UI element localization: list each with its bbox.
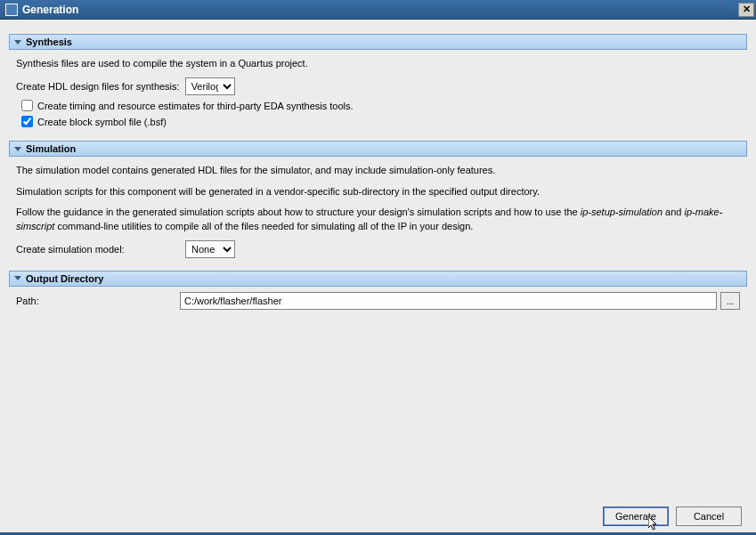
- path-label: Path:: [16, 296, 176, 306]
- output-title: Output Directory: [26, 273, 103, 284]
- app-icon: [5, 4, 18, 16]
- window-title: Generation: [22, 4, 738, 16]
- block-symbol-checkbox[interactable]: [21, 116, 33, 127]
- timing-estimates-checkbox[interactable]: [21, 100, 33, 111]
- timing-estimates-label: Create timing and resource estimates for…: [37, 101, 354, 111]
- simulation-header[interactable]: Simulation: [9, 141, 747, 157]
- dialog-content: Synthesis Synthesis files are used to co…: [0, 20, 756, 500]
- collapse-arrow-icon: [14, 147, 21, 151]
- generate-button[interactable]: Generate: [603, 507, 669, 526]
- synthesis-title: Synthesis: [26, 36, 72, 47]
- ip-setup-simulation-text: ip-setup-simulation: [581, 207, 663, 217]
- sim-model-label: Create simulation model:: [16, 244, 180, 255]
- browse-button[interactable]: ...: [720, 292, 740, 310]
- hdl-label: Create HDL design files for synthesis:: [16, 81, 180, 92]
- simulation-desc3: Follow the guidance in the generated sim…: [16, 206, 740, 233]
- simulation-title: Simulation: [26, 143, 76, 154]
- synthesis-header[interactable]: Synthesis: [9, 34, 747, 50]
- cancel-button[interactable]: Cancel: [676, 507, 742, 526]
- simulation-desc2: Simulation scripts for this component wi…: [16, 185, 740, 199]
- collapse-arrow-icon: [14, 276, 21, 280]
- simulation-desc1: The simulation model contains generated …: [16, 164, 740, 177]
- synthesis-body: Synthesis files are used to compile the …: [9, 50, 747, 141]
- title-bar: Generation ✕: [0, 0, 756, 20]
- hdl-select[interactable]: Verilog: [185, 77, 235, 95]
- path-input[interactable]: [180, 292, 717, 310]
- output-header[interactable]: Output Directory: [9, 271, 747, 287]
- button-bar: Generate Cancel: [603, 507, 742, 526]
- collapse-arrow-icon: [14, 40, 21, 45]
- sim-model-select[interactable]: None: [185, 240, 235, 258]
- close-icon[interactable]: ✕: [738, 3, 754, 17]
- synthesis-desc: Synthesis files are used to compile the …: [16, 57, 740, 70]
- block-symbol-label: Create block symbol file (.bsf): [37, 117, 167, 127]
- simulation-body: The simulation model contains generated …: [9, 157, 747, 271]
- output-body: Path: ...: [9, 287, 747, 319]
